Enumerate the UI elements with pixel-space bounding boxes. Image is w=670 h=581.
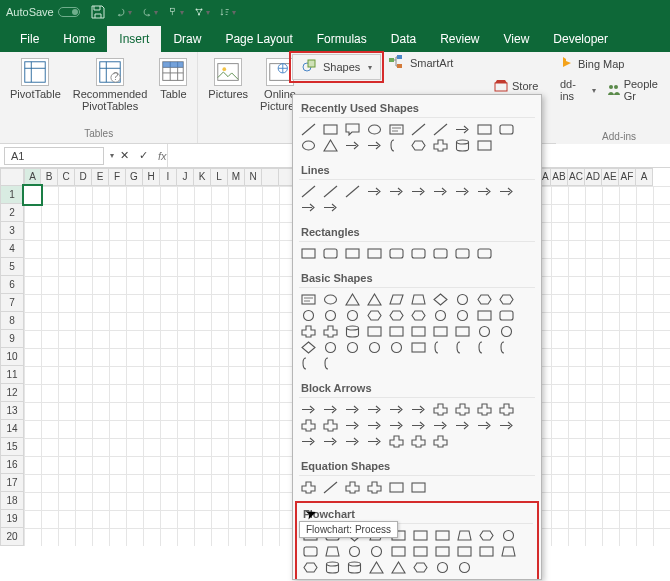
pivottable-button[interactable]: PivotTable <box>6 56 65 102</box>
shape-option[interactable] <box>301 560 319 575</box>
shape-option[interactable] <box>387 308 405 323</box>
shape-option[interactable] <box>387 402 405 417</box>
shape-option[interactable] <box>475 308 493 323</box>
column-header[interactable]: G <box>126 168 143 186</box>
shape-option[interactable] <box>387 138 405 153</box>
shape-option[interactable] <box>343 138 361 153</box>
shape-option[interactable] <box>299 184 317 199</box>
shape-option[interactable] <box>453 122 471 137</box>
column-header[interactable]: D <box>75 168 92 186</box>
shape-option[interactable] <box>475 340 493 355</box>
column-header[interactable]: J <box>177 168 194 186</box>
tab-review[interactable]: Review <box>428 26 491 52</box>
shape-option[interactable] <box>431 292 449 307</box>
row-header[interactable]: 10 <box>0 348 24 366</box>
shape-option[interactable] <box>453 138 471 153</box>
shape-option[interactable] <box>497 418 515 433</box>
column-header[interactable]: M <box>228 168 245 186</box>
column-header[interactable]: AB <box>551 168 568 186</box>
column-header[interactable]: E <box>92 168 109 186</box>
shape-option[interactable] <box>411 544 429 559</box>
column-header[interactable]: AD <box>585 168 602 186</box>
shape-option[interactable] <box>345 544 363 559</box>
shape-option[interactable] <box>321 200 339 215</box>
row-header[interactable]: 4 <box>0 240 24 258</box>
shape-option[interactable] <box>299 356 317 371</box>
save-icon[interactable] <box>90 4 106 20</box>
shape-option[interactable] <box>299 402 317 417</box>
shape-option[interactable] <box>455 560 473 575</box>
shape-option[interactable] <box>431 434 449 449</box>
shape-option[interactable] <box>365 138 383 153</box>
shape-option[interactable] <box>409 246 427 261</box>
shape-option[interactable] <box>499 528 517 543</box>
column-header[interactable]: A <box>636 168 653 186</box>
shape-option[interactable] <box>365 402 383 417</box>
tab-insert[interactable]: Insert <box>107 26 161 52</box>
shape-option[interactable] <box>367 560 385 575</box>
shape-option[interactable] <box>365 308 383 323</box>
recommended-pivot-button[interactable]: ? Recommended PivotTables <box>69 56 152 114</box>
tab-view[interactable]: View <box>492 26 542 52</box>
shape-option[interactable] <box>323 544 341 559</box>
row-header[interactable]: 20 <box>0 528 24 546</box>
shape-option[interactable] <box>343 292 361 307</box>
column-header[interactable]: AC <box>568 168 585 186</box>
shape-option[interactable] <box>409 480 427 495</box>
shape-option[interactable] <box>365 340 383 355</box>
shape-option[interactable] <box>453 292 471 307</box>
row-header[interactable]: 5 <box>0 258 24 276</box>
shape-option[interactable] <box>387 418 405 433</box>
shape-option[interactable] <box>321 122 339 137</box>
undo-icon[interactable]: ▾ <box>116 4 132 20</box>
shape-option[interactable] <box>409 184 427 199</box>
shape-option[interactable] <box>299 434 317 449</box>
shape-option[interactable] <box>343 122 361 137</box>
row-header[interactable]: 9 <box>0 330 24 348</box>
shape-option[interactable] <box>321 340 339 355</box>
shape-option[interactable] <box>497 308 515 323</box>
shape-option[interactable] <box>343 434 361 449</box>
shape-option[interactable] <box>323 560 341 575</box>
shape-option[interactable] <box>365 324 383 339</box>
table-button[interactable]: Table <box>155 56 191 102</box>
shape-option[interactable] <box>387 340 405 355</box>
shape-option[interactable] <box>409 340 427 355</box>
shape-option[interactable] <box>497 292 515 307</box>
row-header[interactable]: 1 <box>0 186 24 204</box>
addins-dropdown[interactable]: dd-ins ▾ People Gr <box>560 78 666 102</box>
shape-option[interactable] <box>389 544 407 559</box>
row-header[interactable]: 2 <box>0 204 24 222</box>
shape-option[interactable] <box>409 418 427 433</box>
shape-option[interactable] <box>431 184 449 199</box>
shape-option[interactable] <box>475 122 493 137</box>
shape-option[interactable] <box>475 402 493 417</box>
select-all-corner[interactable] <box>0 168 24 186</box>
column-header[interactable]: B <box>41 168 58 186</box>
shape-option[interactable] <box>433 544 451 559</box>
shape-option[interactable] <box>321 418 339 433</box>
shape-option[interactable] <box>409 122 427 137</box>
shape-option[interactable] <box>321 402 339 417</box>
shape-option[interactable] <box>343 402 361 417</box>
store-button[interactable]: Store <box>494 78 538 94</box>
shape-option[interactable] <box>389 560 407 575</box>
column-header[interactable]: AF <box>619 168 636 186</box>
column-header[interactable]: A <box>24 168 41 186</box>
shape-option[interactable] <box>321 480 339 495</box>
shape-option[interactable] <box>431 418 449 433</box>
shape-option[interactable] <box>409 434 427 449</box>
tab-data[interactable]: Data <box>379 26 428 52</box>
shape-option[interactable] <box>343 324 361 339</box>
shapes-dropdown-button[interactable]: Shapes ▾ <box>292 54 381 80</box>
shape-option[interactable] <box>387 434 405 449</box>
shape-option[interactable] <box>299 200 317 215</box>
bing-maps-button[interactable]: Bing Map <box>560 56 666 72</box>
row-header[interactable]: 12 <box>0 384 24 402</box>
shape-option[interactable] <box>321 308 339 323</box>
shape-option[interactable] <box>365 418 383 433</box>
shape-option[interactable] <box>343 308 361 323</box>
shape-option[interactable] <box>475 246 493 261</box>
column-header[interactable] <box>262 168 279 186</box>
shape-option[interactable] <box>455 528 473 543</box>
